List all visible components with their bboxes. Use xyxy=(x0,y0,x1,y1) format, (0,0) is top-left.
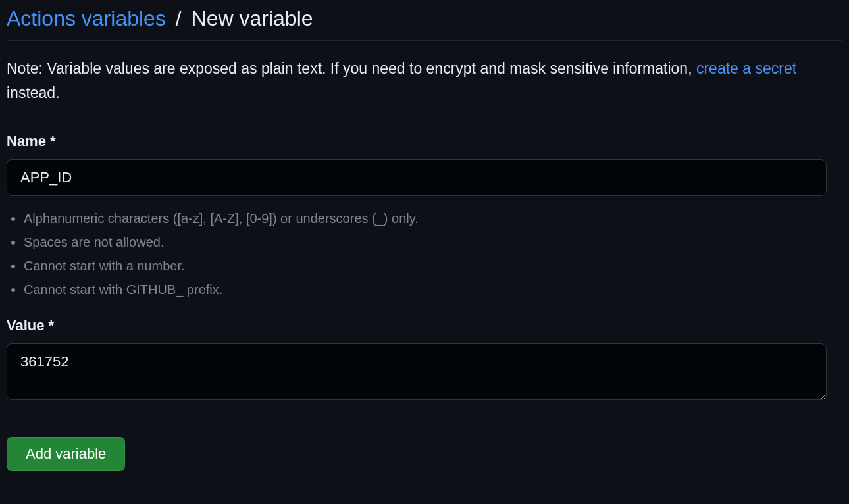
add-variable-button[interactable]: Add variable xyxy=(7,437,125,471)
value-field-group: Value * 361752 xyxy=(7,317,842,403)
value-input[interactable]: 361752 xyxy=(7,343,827,400)
name-label: Name * xyxy=(7,133,842,150)
name-hint-item: Alphanumeric characters ([a-z], [A-Z], [… xyxy=(24,208,842,229)
note-suffix: instead. xyxy=(7,84,60,101)
name-hint-item: Cannot start with a number. xyxy=(24,255,842,276)
name-hints-list: Alphanumeric characters ([a-z], [A-Z], [… xyxy=(7,208,842,300)
breadcrumb-parent-link[interactable]: Actions variables xyxy=(7,7,166,30)
value-label: Value * xyxy=(7,317,842,334)
note-text: Note: Variable values are exposed as pla… xyxy=(7,57,842,105)
breadcrumb-current: New variable xyxy=(192,7,313,30)
breadcrumb: Actions variables / New variable xyxy=(7,7,842,41)
create-secret-link[interactable]: create a secret xyxy=(696,60,796,77)
name-field-group: Name * Alphanumeric characters ([a-z], [… xyxy=(7,133,842,300)
name-input[interactable] xyxy=(7,159,827,196)
breadcrumb-separator: / xyxy=(176,7,182,30)
note-prefix: Note: Variable values are exposed as pla… xyxy=(7,60,696,77)
name-hint-item: Cannot start with GITHUB_ prefix. xyxy=(24,279,842,300)
name-hint-item: Spaces are not allowed. xyxy=(24,232,842,253)
